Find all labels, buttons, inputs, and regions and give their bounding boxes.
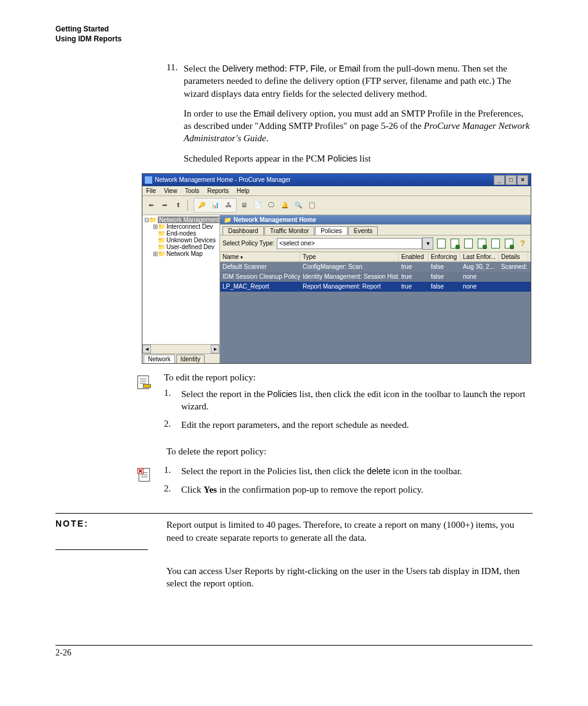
help-icon[interactable]: ? <box>517 238 528 249</box>
folder-icon: 📁 <box>224 216 231 223</box>
table-row-selected[interactable]: LP_MAC_Report Report Management: Report … <box>220 282 531 292</box>
up-icon[interactable]: ⬆ <box>172 199 184 211</box>
note-label: NOTE: <box>55 519 166 544</box>
policy-grid: Default Scanner ConfigManager: Scan true… <box>220 262 531 363</box>
running-header-line1: Getting Started <box>55 25 533 35</box>
tree-item-userdef[interactable]: User-defined Dev <box>166 244 214 250</box>
svg-rect-4 <box>143 384 150 387</box>
edit-step-2: Edit the report parameters, and the repo… <box>181 419 409 431</box>
closing-para: You can access User Reports by right-cli… <box>166 565 533 590</box>
delete-step-1: Select the report in the Policies list, … <box>181 465 462 477</box>
col-details[interactable]: Details <box>499 252 528 261</box>
title-bar: Network Management Home - ProCurve Manag… <box>142 174 531 186</box>
monitor-icon[interactable]: 🖵 <box>265 199 277 211</box>
tree-item-interconnect[interactable]: Interconnect Dev <box>166 223 213 230</box>
step-number: 2. <box>164 483 181 496</box>
running-header-line2: Using IDM Reports <box>55 35 533 44</box>
tree-item-netmap[interactable]: Network Map <box>166 250 203 257</box>
topology-icon[interactable]: 🖧 <box>223 199 235 211</box>
running-header: Getting Started Using IDM Reports <box>55 25 533 44</box>
chart-icon[interactable]: 📊 <box>209 199 221 211</box>
table-row[interactable]: Default Scanner ConfigManager: Scan true… <box>220 262 531 272</box>
menu-tools[interactable]: Tools <box>185 187 199 194</box>
menu-view[interactable]: View <box>164 187 178 194</box>
key-icon[interactable]: 🔑 <box>195 199 208 211</box>
window-title: Network Management Home - ProCurve Manag… <box>155 176 291 183</box>
copy-policy-icon[interactable] <box>463 238 474 249</box>
subtab-events[interactable]: Events <box>348 226 378 235</box>
new-policy-icon[interactable] <box>436 238 447 249</box>
tree-item-unknown[interactable]: Unknown Devices <box>166 237 216 244</box>
step-number: 1. <box>164 388 181 413</box>
subtab-dashboard[interactable]: Dashboard <box>223 226 264 235</box>
subtab-policies[interactable]: Policies <box>315 226 347 235</box>
tree-scrollbar[interactable]: ◂ ▸ <box>142 344 219 353</box>
col-name[interactable]: Name ▾ <box>220 252 300 261</box>
col-enforcing[interactable]: Enforcing <box>428 252 460 261</box>
note-body: Report output is limited to 40 pages. Th… <box>166 519 533 544</box>
main-panel: 📁 Network Management Home Dashboard Traf… <box>220 215 531 363</box>
menu-reports[interactable]: Reports <box>207 187 229 194</box>
trap-icon[interactable]: 🖥 <box>238 199 250 211</box>
col-enabled[interactable]: Enabled <box>399 252 428 261</box>
main-toolbar: ⬅ ➡ ⬆ 🔑 📊 🖧 🖥 📄 🖵 🔔 🔍 📋 <box>142 196 531 215</box>
step-number: 1. <box>164 465 181 477</box>
table-row[interactable]: IDM Session Cleanup Policy Identity Mana… <box>220 272 531 282</box>
edit-lead: To edit the report policy: <box>164 372 533 383</box>
dropdown-icon[interactable]: ▾ <box>422 237 433 250</box>
filter-label: Select Policy Type: <box>223 240 274 247</box>
minimize-button[interactable]: _ <box>494 175 505 185</box>
tab-network[interactable]: Network <box>144 355 175 363</box>
document-icon[interactable]: 📄 <box>251 199 264 211</box>
step-number: 11. <box>166 62 184 73</box>
policy-type-select[interactable] <box>277 238 422 249</box>
col-type[interactable]: Type <box>300 252 399 261</box>
add-policy-icon[interactable] <box>476 238 488 249</box>
app-window: Network Management Home - ProCurve Manag… <box>142 173 531 364</box>
tree-policy-icon[interactable] <box>504 238 515 249</box>
navigation-tree: ⊟📁Network Management ⊞📁Interconnect Dev … <box>142 215 220 363</box>
menu-file[interactable]: File <box>146 187 156 194</box>
delete-lead: To delete the report policy: <box>166 445 533 458</box>
forward-icon[interactable]: ➡ <box>158 199 171 211</box>
scroll-right-icon[interactable]: ▸ <box>211 345 219 353</box>
subtab-traffic[interactable]: Traffic Monitor <box>264 226 314 235</box>
footer-rule <box>55 645 533 646</box>
edit-step-1: Select the report in the Policies list, … <box>181 388 533 413</box>
tree-root[interactable]: Network Management <box>158 216 219 223</box>
note-top-rule <box>55 513 533 514</box>
page-number: 2-26 <box>55 648 533 658</box>
menu-help[interactable]: Help <box>237 187 250 194</box>
delete-step-2: Click Yes in the confirmation pop-up to … <box>181 483 423 496</box>
col-last[interactable]: Last Enfor... <box>460 252 499 261</box>
grid-header: Name ▾ Type Enabled Enforcing Last Enfor… <box>220 252 531 262</box>
search-icon[interactable]: 🔍 <box>292 199 304 211</box>
tree-item-endnodes[interactable]: End-nodes <box>166 230 196 237</box>
scheduled-para: Scheduled Reports appear in the PCM Poli… <box>184 152 533 165</box>
step-11-text: Select the Delivery method: FTP, File, o… <box>184 62 533 100</box>
back-icon[interactable]: ⬅ <box>145 199 157 211</box>
list-icon[interactable]: 📋 <box>306 199 318 211</box>
email-note-para: In order to use the Email delivery optio… <box>184 107 533 145</box>
panel-title: Network Management Home <box>234 216 316 223</box>
tab-identity[interactable]: Identity <box>176 355 205 363</box>
app-icon <box>145 176 152 184</box>
step-number: 2. <box>164 419 181 431</box>
scroll-left-icon[interactable]: ◂ <box>142 345 151 353</box>
menu-bar: File View Tools Reports Help <box>142 186 531 196</box>
delete-margin-icon <box>136 466 155 486</box>
edit-margin-icon <box>136 374 155 393</box>
close-button[interactable]: × <box>517 175 528 185</box>
maximize-button[interactable]: □ <box>505 175 517 185</box>
edit-policy-icon[interactable] <box>449 238 460 249</box>
alert-icon[interactable]: 🔔 <box>279 199 291 211</box>
delete-policy-icon[interactable] <box>490 238 501 249</box>
